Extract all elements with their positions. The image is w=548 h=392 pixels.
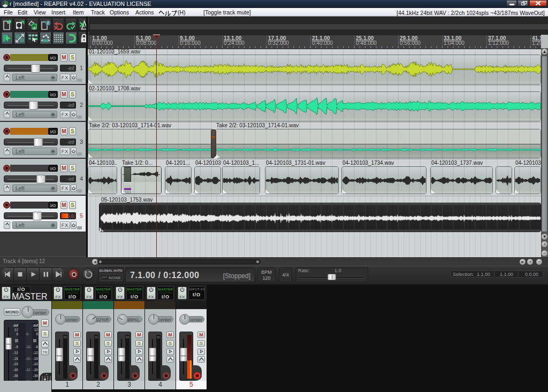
svg-text:-24: -24 [13, 362, 19, 366]
svg-text:-24: -24 [33, 362, 39, 366]
svg-text:6: 6 [36, 332, 38, 336]
svg-text:-inf: -inf [33, 324, 39, 327]
svg-text:12: 12 [34, 328, 39, 332]
svg-text:-18: -18 [33, 357, 39, 360]
svg-text:-30: -30 [33, 368, 39, 372]
svg-text:-18-: -18- [25, 345, 32, 349]
svg-text:-6: -6 [35, 345, 38, 349]
svg-text:-30: -30 [13, 368, 19, 372]
svg-text:-42-: -42- [25, 368, 32, 372]
svg-text:-12: -12 [33, 351, 39, 355]
svg-text:-30-: -30- [25, 357, 32, 360]
svg-text:-18: -18 [13, 357, 19, 360]
svg-text:-inf: -inf [13, 324, 19, 327]
svg-text:6: 6 [16, 332, 18, 336]
svg-text:-6-: -6- [25, 332, 29, 336]
svg-text:12: 12 [14, 328, 19, 332]
svg-text:-36: -36 [33, 374, 39, 378]
svg-text:-36: -36 [13, 374, 19, 378]
svg-text:-6: -6 [15, 345, 18, 349]
svg-text:-12: -12 [13, 351, 19, 355]
